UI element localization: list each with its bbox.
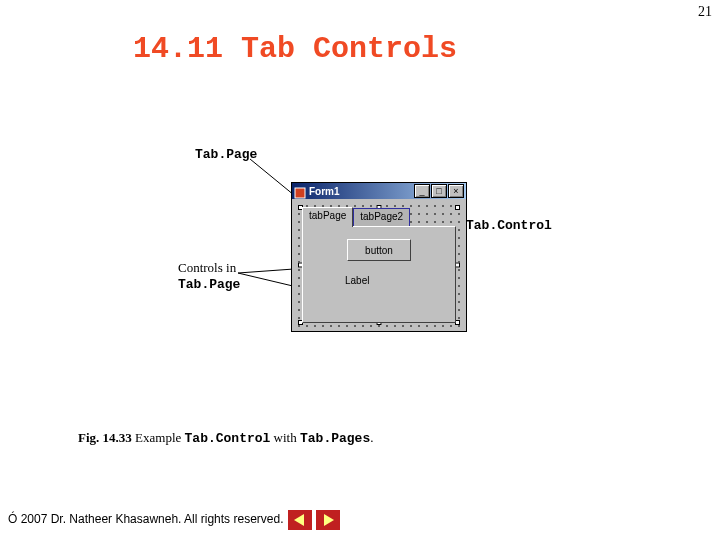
form-label: Label	[345, 275, 369, 286]
window-title: Form1	[309, 186, 414, 197]
callout-controls-in-line2: Tab.Page	[178, 277, 240, 292]
tab-strip: tabPage tabPage2	[302, 209, 456, 226]
titlebar: Form1 _ □ ×	[292, 183, 466, 199]
form-button[interactable]: button	[347, 239, 411, 261]
caption-text-1: Example	[132, 430, 185, 445]
form-window: Form1 _ □ × tabPage tabPage2 button Labe…	[291, 182, 467, 332]
callout-controls-in-line1: Controls in	[178, 260, 236, 275]
svg-marker-5	[294, 514, 304, 526]
tab-page-content: button Label	[302, 226, 456, 323]
tab-page-2[interactable]: tabPage2	[353, 208, 410, 226]
caption-mono-1: Tab.Control	[185, 431, 271, 446]
section-title: 14.11 Tab Controls	[133, 32, 457, 66]
caption-figure-number: Fig. 14.33	[78, 430, 132, 445]
caption-mono-2: Tab.Pages	[300, 431, 370, 446]
tab-control[interactable]: tabPage tabPage2 button Label	[302, 209, 456, 321]
nav-arrows	[288, 510, 340, 530]
callout-tabcontrol: Tab.Control	[466, 217, 552, 234]
copyright-footer: Ó 2007 Dr. Natheer Khasawneh. All rights…	[8, 512, 283, 526]
svg-rect-4	[295, 188, 305, 198]
maximize-button[interactable]: □	[431, 184, 447, 198]
prev-slide-button[interactable]	[288, 510, 312, 530]
client-area: tabPage tabPage2 button Label	[292, 199, 466, 331]
callout-controls-in-tabpage: Controls in Tab.Page	[178, 260, 240, 294]
caption-tail: .	[370, 430, 373, 445]
figure-caption: Fig. 14.33 Example Tab.Control with Tab.…	[78, 430, 373, 446]
tab-page-1[interactable]: tabPage	[302, 207, 353, 227]
callout-tabpage: Tab.Page	[195, 146, 257, 163]
close-button[interactable]: ×	[448, 184, 464, 198]
app-icon	[294, 185, 306, 197]
callout-tabcontrol-text: Tab.Control	[466, 218, 552, 233]
next-slide-button[interactable]	[316, 510, 340, 530]
caption-text-2: with	[270, 430, 300, 445]
svg-marker-6	[324, 514, 334, 526]
page-number: 21	[698, 4, 712, 20]
callout-tabpage-text: Tab.Page	[195, 147, 257, 162]
minimize-button[interactable]: _	[414, 184, 430, 198]
